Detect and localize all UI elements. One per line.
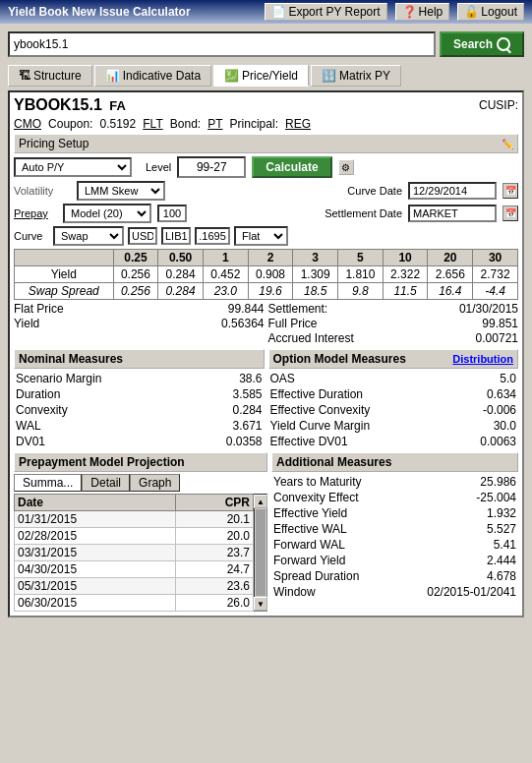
export-py-report-button[interactable]: 📄 Export PY Report (265, 3, 386, 21)
settlement-date-calendar-icon[interactable]: 📅 (502, 205, 518, 221)
list-item: Spread Duration4.678 (271, 568, 518, 584)
projection-table: Date CPR 01/31/201520.102/28/201520.003/… (14, 494, 254, 612)
yield-label: Yield (14, 317, 39, 330)
lib1-input[interactable] (161, 227, 191, 245)
distribution-link[interactable]: Distribution (452, 353, 513, 365)
proj-cpr-cell: 26.0 (175, 595, 253, 612)
tab-price-yield[interactable]: 💹 Price/Yield (213, 65, 309, 87)
proj-date-cell: 05/31/2015 (15, 578, 176, 595)
full-price-row: Full Price 99.851 (268, 317, 519, 330)
prepayment-projection-header: Prepayment Model Projection (14, 452, 267, 472)
level-input[interactable] (177, 156, 246, 178)
yield-value: 0.56364 (221, 317, 264, 330)
matrix-icon: 🔢 (322, 69, 336, 83)
prepay-label: Prepay (14, 207, 57, 219)
logout-button[interactable]: 🔓 Logout (457, 3, 524, 21)
projection-tabs: Summa... Detail Graph (14, 474, 267, 492)
search-input[interactable] (8, 31, 436, 57)
cusip-label: CUSIP: (479, 98, 518, 112)
effective-convexity-row: Effective Convexity -0.006 (268, 402, 519, 418)
list-item: Effective Yield1.932 (271, 505, 518, 521)
proj-tab-detail[interactable]: Detail (82, 474, 130, 492)
oas-row: OAS 5.0 (268, 371, 519, 386)
tab-indicative-data[interactable]: 📊 Indicative Data (94, 65, 211, 87)
flat-price-row: Flat Price 99.844 (14, 302, 265, 316)
auto-py-select[interactable]: Auto P/Y (14, 157, 132, 177)
yield-curve-margin-row: Yield Curve Margin 30.0 (268, 418, 519, 434)
list-item: Forward WAL5.41 (271, 537, 518, 553)
principal-label: Principal: (230, 117, 278, 131)
export-icon: 📄 (271, 5, 286, 19)
proj-cpr-header: CPR (175, 495, 253, 511)
table-row: 04/30/201524.7 (15, 561, 254, 578)
proj-date-header: Date (15, 495, 176, 511)
main-panel: YBOOK15.1 FA CUSIP: CMO Coupon: 0.5192 F… (8, 90, 524, 617)
curve-select[interactable]: Swap (53, 226, 124, 246)
lib-spread-input[interactable] (195, 227, 230, 245)
title-bar: Yield Book New Issue Calculator 📄 Export… (0, 0, 532, 24)
proj-date-cell: 04/30/2015 (15, 561, 176, 578)
proj-tab-graph[interactable]: Graph (130, 474, 180, 492)
currency-input[interactable] (128, 227, 157, 245)
calculate-button[interactable]: Calculate (252, 156, 331, 178)
tab-structure[interactable]: 🏗 Structure (8, 65, 92, 87)
help-button[interactable]: ❓ Help (395, 3, 450, 21)
nominal-measures-header: Nominal Measures (14, 349, 265, 369)
table-row: 05/31/201523.6 (15, 578, 254, 595)
proj-cpr-cell: 20.0 (175, 528, 253, 545)
settlement-date-input[interactable] (408, 205, 497, 222)
proj-cpr-cell: 23.7 (175, 545, 253, 561)
settlement-info: Settlement: 01/30/2015 (268, 302, 519, 316)
option-measures-header: Option Model Measures Distribution (268, 349, 519, 369)
flat-select[interactable]: Flat (234, 226, 288, 246)
cmo-label: CMO (14, 117, 41, 131)
prepay-num-input[interactable] (157, 205, 187, 222)
proj-cpr-cell: 23.6 (175, 578, 253, 595)
coupon-label: Coupon: (48, 117, 92, 131)
curve-label: Curve (14, 230, 49, 242)
yield-row: Yield 0.56364 (14, 317, 265, 330)
search-row: Search (4, 28, 528, 61)
proj-tab-summary[interactable]: Summa... (14, 474, 82, 492)
logout-icon: 🔓 (464, 5, 479, 19)
search-icon (497, 37, 510, 51)
list-item: Years to Maturity25.986 (271, 474, 518, 490)
gear-icon[interactable]: ⚙ (338, 159, 354, 175)
effective-duration-row: Effective Duration 0.634 (268, 386, 519, 402)
edit-icon[interactable]: ✏️ (502, 139, 513, 149)
search-button[interactable]: Search (440, 31, 524, 57)
list-item: Effective WAL5.527 (271, 521, 518, 537)
prepay-model-select[interactable]: Model (20) (63, 204, 151, 223)
volatility-select[interactable]: LMM Skew (77, 181, 165, 201)
principal-value: REG (285, 117, 311, 131)
structure-icon: 🏗 (19, 69, 30, 83)
accrued-interest-label: Accrued Interest (268, 331, 354, 345)
indicative-icon: 📊 (105, 69, 120, 83)
pricing-setup-header: Pricing Setup ✏️ (14, 134, 518, 153)
bond-value: PT (207, 117, 222, 131)
flat-price-label: Flat Price (14, 302, 64, 316)
convexity-row: Convexity 0.284 (14, 402, 265, 418)
proj-cpr-cell: 20.1 (175, 511, 253, 528)
curve-date-calendar-icon[interactable]: 📅 (502, 183, 518, 199)
duration-row: Duration 3.585 (14, 386, 265, 402)
additional-measures-list: Years to Maturity25.986Convexity Effect-… (271, 474, 518, 600)
flat-price-value: 99.844 (228, 302, 265, 316)
scroll-up-button[interactable]: ▲ (254, 495, 267, 508)
dv01-row: DV01 0.0358 (14, 434, 265, 449)
full-price-label: Full Price (268, 317, 318, 330)
table-row: 03/31/201523.7 (15, 545, 254, 561)
curve-date-label: Curve Date (347, 185, 402, 197)
volatility-label: Volatility (14, 185, 71, 197)
tab-matrix-py[interactable]: 🔢 Matrix PY (311, 65, 401, 87)
settlement-date-label: Settlement Date (325, 207, 402, 219)
scroll-down-button[interactable]: ▼ (254, 597, 267, 611)
proj-date-cell: 02/28/2015 (15, 528, 176, 545)
help-icon: ❓ (402, 5, 417, 19)
curve-date-input[interactable] (408, 182, 497, 200)
list-item: Window02/2015-01/2041 (271, 584, 518, 600)
list-item: Convexity Effect-25.004 (271, 490, 518, 505)
price-yield-icon: 💹 (224, 69, 239, 83)
flt-label: FLT (143, 117, 162, 131)
bond-header: YBOOK15.1 FA CUSIP: (14, 96, 518, 114)
